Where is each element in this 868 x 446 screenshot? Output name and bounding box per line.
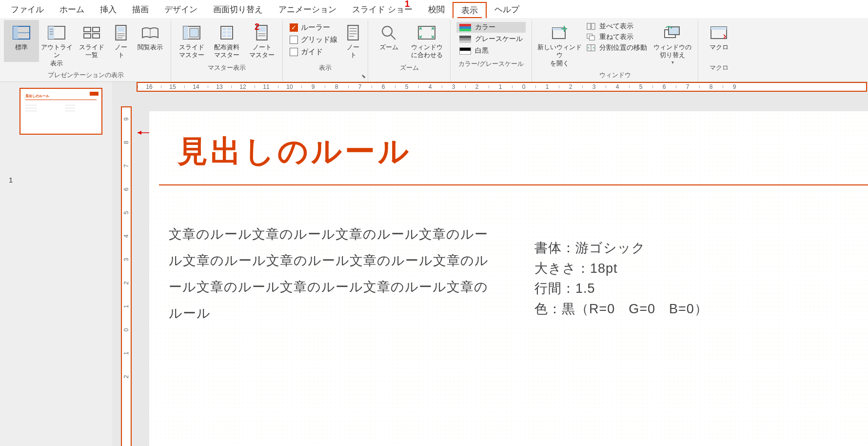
svg-point-37 [382,26,392,36]
menu-design[interactable]: デザイン [157,2,205,18]
slide-title[interactable]: 見出しのルール [178,131,412,172]
slide-number: 1 [9,176,13,184]
notes-master-button[interactable]: ノート マスター [244,20,279,62]
grayscale-mode-button[interactable]: グレースケール [456,34,526,44]
menu-transitions[interactable]: 画面切り替え [205,2,271,18]
slide-info-text[interactable]: 書体：游ゴシック 大きさ：18pt 行間：1.5 色：黒（R=0 G=0 B=0… [534,238,708,320]
group-zoom: ズーム ウィンドウ に合わせる ズーム [368,20,451,81]
svg-rect-39 [418,26,435,39]
switch-windows-button[interactable]: ウィンドウの 切り替え ▾ [650,20,695,67]
group-macro: マクロ マクロ [698,20,739,81]
svg-rect-19 [183,26,188,39]
checkbox-icon [290,36,298,44]
group-label: ズーム [371,62,447,74]
outline-view-icon [48,25,65,41]
svg-rect-25 [227,31,231,34]
zoom-icon [380,25,397,41]
edit-area: 161514131211109876543210123456789 987654… [112,82,868,446]
blackwhite-mode-button[interactable]: 白黒 [456,45,526,56]
arrange-icon [587,22,595,30]
menu-insert[interactable]: 挿入 [92,2,124,18]
sorter-view-icon [83,25,100,41]
view-outline-button[interactable]: アウトライン 表示 [39,20,74,69]
handout-master-button[interactable]: 配布資料 マスター [209,20,244,62]
color-swatch-icon [459,24,471,31]
svg-rect-32 [348,25,358,40]
ribbon: 2 標準 アウトライン 表示 スライド 一覧 ノー ト 閲覧表示 [0,18,868,82]
menu-animations[interactable]: アニメーション [271,2,344,18]
group-label: カラー/グレースケール [454,58,529,70]
arrange-all-button[interactable]: 並べて表示 [587,22,647,31]
guides-checkbox[interactable]: ガイド [290,47,337,57]
fit-window-icon [418,25,435,41]
group-label: 表示 [286,62,365,74]
svg-rect-44 [587,23,591,30]
svg-rect-11 [93,34,99,38]
thumbnail-panel: 見出しのルール ―――――――――――――――――― ―――――――――――――… [0,82,112,446]
group-label: プレゼンテーションの表示 [4,69,168,81]
workspace: 1 見出しのルール ―――――――――――――――――― ―――――――――――… [0,82,868,446]
switch-window-icon [664,25,681,41]
notes-page-icon [112,25,130,41]
annotation-1: 1 [405,0,410,9]
group-show: ✓ ルーラー グリッド線 ガイド ノー ト 表示 ⬊ [283,20,368,81]
slide-master-button[interactable]: スライド マスター [174,20,209,62]
slide-master-icon [183,25,200,41]
vertical-ruler[interactable]: 987654321012 [121,106,132,446]
menu-review[interactable]: 校閲 [420,2,453,18]
cascade-button[interactable]: 重ねて表示 [587,33,647,41]
menu-file[interactable]: ファイル [3,2,52,18]
slide-body-text[interactable]: 文章のルール文章のルール文章のルール文章のルール文章のルール文章のルール文章のル… [169,221,500,326]
menu-home[interactable]: ホーム [52,2,92,18]
view-slide-sorter-button[interactable]: スライド 一覧 [74,20,109,62]
dialog-launcher-icon[interactable]: ⬊ [361,73,366,80]
svg-line-38 [391,35,395,40]
svg-rect-45 [592,23,595,30]
svg-rect-47 [589,36,594,40]
color-mode-button[interactable]: カラー [456,22,526,33]
fit-to-window-button[interactable]: ウィンドウ に合わせる [406,20,447,62]
menu-help[interactable]: ヘルプ [487,2,527,18]
svg-rect-23 [227,28,231,30]
split-icon [587,44,595,52]
slide-thumbnail[interactable]: 見出しのルール ―――――――――――――――――― ―――――――――――――… [20,88,102,135]
slide-canvas[interactable]: 見出しのルール 文章のルール文章のルール文章のルール文章のルール文章のルール文章… [149,111,868,446]
macros-button[interactable]: マクロ [701,20,736,62]
view-notes-page-button[interactable]: ノー ト [109,20,133,62]
title-underline [159,184,868,185]
checkbox-icon [290,48,298,56]
horizontal-ruler[interactable]: 161514131211109876543210123456789 [137,82,867,92]
svg-rect-9 [93,27,99,32]
macro-icon [710,25,728,41]
group-window: 新しいウィンドウ を開く 並べて表示 重ねて表示 分割位置の移動 ウィンドウ [532,20,698,81]
svg-rect-10 [84,34,91,38]
handout-master-icon [218,25,236,41]
svg-rect-51 [669,27,679,35]
bw-swatch-icon [459,47,471,55]
group-label: ウィンドウ [535,69,695,81]
group-color-grayscale: カラー グレースケール 白黒 カラー/グレースケール [451,20,532,81]
menu-view[interactable]: 表示 [453,2,487,18]
view-reading-button[interactable]: 閲覧表示 [133,20,168,62]
group-label: マスター表示 [174,62,279,74]
notes-icon [344,25,362,41]
svg-rect-53 [711,27,727,30]
group-label: マクロ [701,62,736,74]
zoom-button[interactable]: ズーム [371,20,406,62]
cascade-icon [587,33,595,41]
normal-view-icon [13,25,30,41]
svg-rect-13 [118,27,125,32]
new-window-icon [551,25,568,41]
checkbox-checked-icon: ✓ [290,23,298,32]
new-window-button[interactable]: 新しいウィンドウ を開く [535,20,584,69]
grayscale-swatch-icon [459,36,471,43]
group-presentation-views: 標準 アウトライン 表示 スライド 一覧 ノー ト 閲覧表示 プレゼンテーション… [1,20,171,81]
menu-draw[interactable]: 描画 [124,2,157,18]
svg-rect-8 [84,27,91,32]
notes-button[interactable]: ノー ト [341,20,365,62]
gridlines-checkbox[interactable]: グリッド線 [290,35,337,44]
move-split-button[interactable]: 分割位置の移動 [587,43,647,52]
ruler-checkbox[interactable]: ✓ ルーラー [290,23,337,32]
svg-rect-4 [48,26,54,39]
view-normal-button[interactable]: 標準 [4,20,39,62]
